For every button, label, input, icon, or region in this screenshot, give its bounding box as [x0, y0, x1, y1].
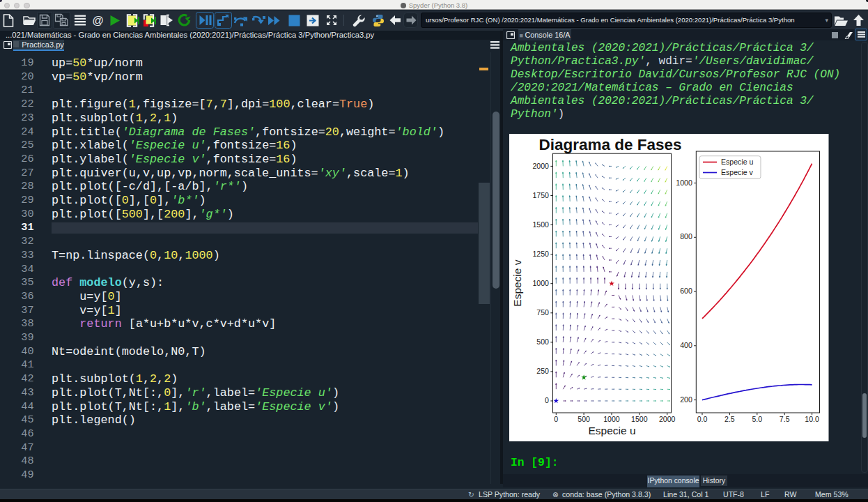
- svg-text:0: 0: [545, 396, 549, 404]
- svg-text:500: 500: [536, 337, 549, 346]
- svg-text:1250: 1250: [532, 250, 549, 258]
- svg-text:0: 0: [554, 415, 558, 423]
- svg-text:1000: 1000: [603, 415, 620, 423]
- svg-text:Especie u: Especie u: [588, 425, 635, 436]
- svg-text:7.5: 7.5: [780, 415, 790, 423]
- svg-text:2000: 2000: [532, 162, 549, 170]
- svg-text:2000: 2000: [659, 415, 676, 423]
- svg-text:750: 750: [536, 308, 549, 317]
- svg-text:500: 500: [578, 415, 590, 423]
- svg-text:Especie v: Especie v: [512, 259, 524, 306]
- svg-text:800: 800: [680, 232, 692, 241]
- svg-text:1000: 1000: [676, 178, 692, 187]
- svg-text:2.5: 2.5: [724, 415, 735, 423]
- svg-text:400: 400: [680, 341, 692, 349]
- svg-text:Diagrama de Fases: Diagrama de Fases: [539, 136, 682, 153]
- svg-text:Especie u: Especie u: [721, 158, 754, 166]
- svg-text:0.0: 0.0: [697, 415, 708, 423]
- svg-text:1000: 1000: [532, 279, 549, 287]
- svg-text:1500: 1500: [532, 220, 549, 229]
- svg-text:1750: 1750: [532, 191, 549, 199]
- svg-text:600: 600: [680, 287, 692, 295]
- svg-text:5.0: 5.0: [752, 415, 762, 423]
- svg-text:Especie v: Especie v: [721, 168, 754, 176]
- svg-text:10.0: 10.0: [805, 415, 819, 423]
- svg-text:250: 250: [536, 367, 549, 375]
- svg-text:200: 200: [680, 395, 692, 404]
- svg-text:1500: 1500: [631, 415, 648, 423]
